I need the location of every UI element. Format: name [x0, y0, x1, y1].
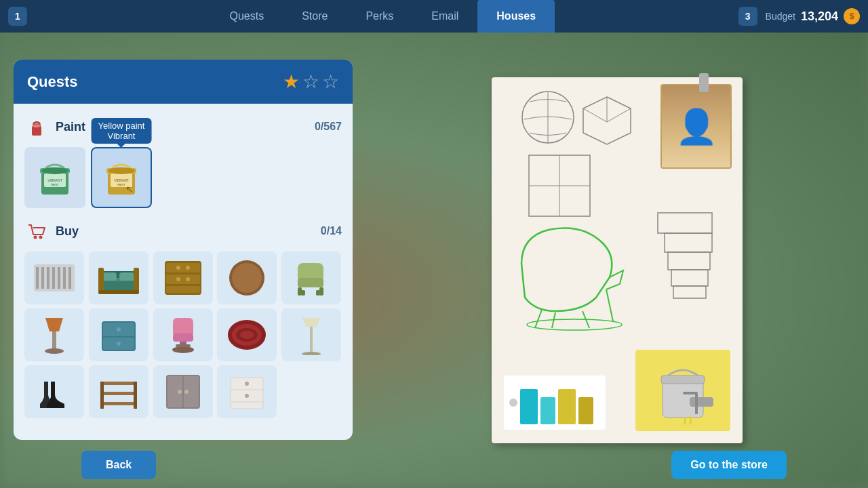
swatch-teal-light — [540, 397, 555, 424]
svg-text:PAINT: PAINT — [117, 183, 125, 186]
buy-item-white-dresser[interactable] — [217, 365, 277, 418]
svg-rect-37 — [166, 286, 200, 293]
tab-store[interactable]: Store — [283, 0, 347, 33]
quests-card: Quests ★ ☆ ☆ — [14, 60, 353, 440]
svg-point-16 — [34, 236, 37, 239]
main-content: Quests ★ ☆ ☆ — [0, 33, 868, 488]
svg-rect-20 — [41, 267, 44, 289]
buy-item-dresser[interactable] — [153, 251, 213, 304]
sketch-board: 👤 — [492, 77, 743, 443]
svg-text:PAINT: PAINT — [51, 183, 59, 186]
buy-item-office-chair[interactable] — [153, 308, 213, 361]
svg-point-78 — [178, 390, 182, 394]
nav-bar: 1 Quests Store Perks Email Houses 3 Budg… — [0, 0, 868, 33]
buy-section-name: Buy — [56, 224, 79, 239]
svg-rect-104 — [673, 286, 706, 298]
svg-rect-45 — [298, 278, 323, 287]
svg-line-91 — [583, 108, 607, 122]
buy-item-lamp[interactable] — [24, 308, 84, 361]
svg-rect-51 — [52, 331, 56, 350]
svg-text:↖: ↖ — [125, 184, 134, 195]
svg-point-84 — [245, 382, 249, 386]
svg-line-95 — [535, 310, 542, 328]
svg-rect-22 — [52, 267, 55, 289]
swatch-teal-dark — [520, 389, 538, 424]
cube-sketch — [580, 94, 634, 150]
star-3: ☆ — [322, 70, 339, 93]
svg-rect-36 — [166, 274, 200, 284]
svg-rect-32 — [134, 268, 139, 291]
paint-count: 0/567 — [315, 121, 342, 133]
quests-body: Paint 0/567 — [14, 104, 353, 440]
svg-rect-24 — [63, 267, 66, 289]
buy-item-boots[interactable] — [24, 365, 84, 418]
buy-item-chair[interactable] — [281, 251, 341, 304]
buy-count: 0/14 — [321, 225, 342, 237]
svg-point-56 — [117, 327, 121, 331]
svg-rect-21 — [47, 267, 50, 289]
svg-point-2 — [33, 125, 40, 127]
swatch-yellow-light — [578, 397, 593, 424]
svg-rect-48 — [301, 290, 305, 296]
tooltip-sub: Vibrant — [98, 131, 145, 141]
tab-quests[interactable]: Quests — [210, 0, 283, 33]
svg-point-43 — [232, 263, 262, 293]
svg-rect-100 — [658, 213, 712, 233]
svg-point-8 — [41, 167, 68, 174]
buy-item-cabinet[interactable] — [153, 365, 213, 418]
buy-item-shelf[interactable] — [89, 365, 149, 418]
paint-section-name: Paint — [56, 120, 85, 134]
svg-point-39 — [186, 266, 190, 270]
svg-rect-25 — [68, 267, 71, 289]
nav-tabs: Quests Store Perks Email Houses — [27, 0, 738, 33]
budget-amount: 13,204 — [801, 9, 838, 24]
buy-item-round-table[interactable] — [217, 251, 277, 304]
budget-label: Budget — [766, 11, 795, 22]
paint-bucket-sketch — [635, 350, 730, 431]
paint-yellow-img: VIBRANT PAINT ↖ — [98, 154, 145, 201]
svg-rect-59 — [173, 333, 193, 342]
svg-rect-103 — [671, 270, 708, 286]
svg-marker-67 — [302, 318, 320, 327]
boxes-sketch — [648, 206, 729, 304]
back-button[interactable]: Back — [81, 451, 156, 479]
svg-rect-109 — [683, 392, 698, 394]
buy-item-nightstand[interactable] — [89, 308, 149, 361]
paint-item-yellow[interactable]: Yellow paint Vibrant — [91, 147, 152, 208]
nav-badge-right: 3 — [738, 7, 757, 26]
svg-point-69 — [302, 352, 321, 355]
buy-item-rug[interactable] — [217, 308, 277, 361]
svg-rect-68 — [310, 327, 313, 352]
tab-perks[interactable]: Perks — [347, 0, 412, 33]
svg-point-57 — [117, 342, 121, 346]
svg-point-52 — [45, 348, 64, 354]
svg-rect-31 — [98, 268, 104, 291]
svg-rect-71 — [100, 392, 137, 395]
buy-item-bed[interactable] — [89, 251, 149, 304]
svg-rect-70 — [100, 382, 137, 385]
svg-point-99 — [527, 319, 622, 330]
svg-rect-101 — [665, 233, 712, 252]
tab-email[interactable]: Email — [412, 0, 477, 33]
paint-tooltip: Yellow paint Vibrant — [92, 118, 152, 144]
sketch-panel: 👤 — [366, 33, 868, 488]
paint-icon — [24, 115, 49, 139]
svg-rect-0 — [32, 126, 41, 136]
stars-row: ★ ☆ ☆ — [283, 70, 339, 93]
quests-panel: Quests ★ ☆ ☆ — [0, 33, 366, 488]
nav-right: 3 Budget 13,204 $ — [738, 7, 860, 26]
tab-houses[interactable]: Houses — [477, 0, 555, 33]
paint-item-green[interactable]: VIBRANT PAINT — [24, 147, 85, 208]
buy-section-header: Buy 0/14 — [24, 219, 342, 243]
svg-point-41 — [186, 277, 190, 281]
svg-rect-62 — [176, 344, 191, 347]
budget-area: Budget 13,204 $ — [766, 8, 860, 24]
chair-sketch — [501, 209, 637, 334]
svg-rect-74 — [134, 382, 137, 409]
svg-rect-33 — [98, 290, 139, 294]
buy-item-radiator[interactable] — [24, 251, 84, 304]
buy-item-floor-lamp[interactable] — [281, 308, 341, 361]
go-to-store-button[interactable]: Go to the store — [671, 451, 787, 479]
svg-point-14 — [108, 167, 135, 174]
svg-rect-106 — [661, 375, 705, 384]
